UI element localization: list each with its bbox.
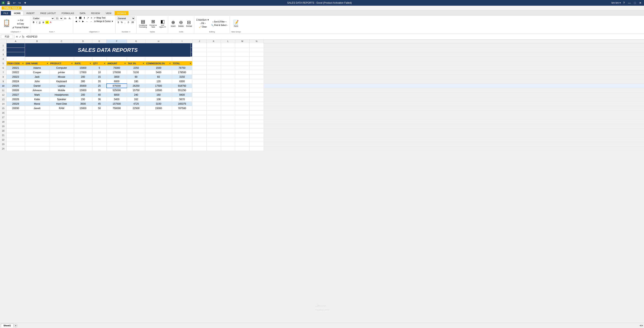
col-header-E[interactable]: E bbox=[92, 39, 106, 43]
cell-B22[interactable] bbox=[25, 137, 50, 142]
cell-J1[interactable] bbox=[192, 43, 207, 47]
cell-N21[interactable] bbox=[250, 133, 264, 137]
cell-E24[interactable] bbox=[92, 146, 106, 151]
cell-L2[interactable] bbox=[221, 48, 235, 52]
quick-access-undo[interactable]: ↩ bbox=[12, 1, 16, 4]
row-num-3[interactable]: 3 bbox=[0, 52, 6, 57]
cell-H12[interactable]: 160 bbox=[146, 93, 172, 97]
header-item-code[interactable]: ITEM CODE▼ bbox=[6, 61, 25, 65]
cell-G13[interactable]: 162 bbox=[127, 97, 146, 101]
format-painter-button[interactable]: 🖌 Format Painter bbox=[12, 26, 30, 29]
enter-formula-button[interactable]: ✓ bbox=[19, 35, 22, 38]
cell-K8[interactable] bbox=[207, 75, 221, 79]
col-header-A[interactable]: A bbox=[6, 39, 25, 43]
cell-G10[interactable]: 26250 bbox=[127, 84, 146, 88]
maximize-button[interactable]: □ bbox=[634, 1, 637, 4]
cell-L24[interactable] bbox=[221, 146, 235, 151]
cell-K7[interactable] bbox=[207, 70, 221, 74]
cell-F13[interactable]: 5400 bbox=[106, 97, 127, 101]
cell-I18[interactable] bbox=[172, 119, 192, 124]
col-header-M[interactable]: M bbox=[235, 39, 250, 43]
cell-K21[interactable] bbox=[207, 133, 221, 137]
cell-G8[interactable]: 90 bbox=[127, 75, 146, 79]
align-left-button[interactable]: ◀ bbox=[74, 20, 78, 23]
cell-L16[interactable] bbox=[221, 111, 235, 115]
cell-A20[interactable] bbox=[6, 128, 25, 133]
cell-M19[interactable] bbox=[235, 124, 250, 128]
cell-A24[interactable] bbox=[6, 146, 25, 151]
orient-button[interactable]: ↗ bbox=[86, 16, 90, 19]
row-num-21[interactable]: 21 bbox=[0, 133, 6, 137]
paste-button[interactable]: 📋 Paste bbox=[2, 19, 11, 28]
col-header-D[interactable]: D bbox=[74, 39, 92, 43]
cell-L5[interactable] bbox=[221, 61, 235, 65]
insert-button[interactable]: ⊕ Insert bbox=[170, 19, 177, 28]
row-num-23[interactable]: 23 bbox=[0, 142, 6, 146]
cell-H16[interactable] bbox=[146, 111, 172, 115]
help-button[interactable]: ? bbox=[622, 1, 626, 4]
header-commission[interactable]: COMMISSION 2%▼ bbox=[146, 61, 172, 65]
row-num-11[interactable]: 11 bbox=[0, 88, 6, 93]
cell-E12[interactable]: 40 bbox=[92, 93, 106, 97]
header-amount[interactable]: AMOUNT▼ bbox=[106, 61, 127, 65]
cell-F6[interactable]: 75000 bbox=[106, 66, 127, 70]
cell-N3[interactable] bbox=[250, 52, 264, 56]
cell-J2[interactable] bbox=[192, 48, 207, 52]
cell-J14[interactable] bbox=[192, 102, 207, 106]
tab-insert[interactable]: INSERT bbox=[24, 11, 37, 15]
cell-A12[interactable]: 20027 bbox=[6, 93, 25, 97]
cell-B23[interactable] bbox=[25, 142, 50, 146]
cell-J16[interactable] bbox=[192, 111, 207, 115]
cell-I13[interactable]: 5670 bbox=[172, 97, 192, 101]
border-button[interactable]: ⊞ bbox=[42, 21, 45, 24]
tab-view[interactable]: VIEW bbox=[103, 11, 114, 15]
align-middle-button[interactable]: ⬛ bbox=[78, 16, 82, 19]
cell-I19[interactable] bbox=[172, 124, 192, 128]
cell-C15[interactable]: RAM bbox=[50, 106, 74, 110]
increase-decimal-button[interactable]: .0 bbox=[126, 21, 130, 24]
row-num-13[interactable]: 13 bbox=[0, 97, 6, 102]
cell-F18[interactable] bbox=[106, 119, 127, 124]
cell-F8[interactable]: 3000 bbox=[106, 75, 127, 79]
cell-L23[interactable] bbox=[221, 142, 235, 146]
cell-F11[interactable]: 525000 bbox=[106, 88, 127, 92]
fx-button[interactable]: fx bbox=[22, 35, 24, 38]
cell-L3[interactable] bbox=[221, 52, 235, 56]
cell-G18[interactable] bbox=[127, 119, 146, 124]
cell-H13[interactable]: 108 bbox=[146, 97, 172, 101]
row-num-14[interactable]: 14 bbox=[0, 102, 6, 106]
tab-file[interactable]: FILE bbox=[1, 11, 11, 15]
col-header-N[interactable]: N bbox=[250, 39, 264, 43]
row-num-18[interactable]: 18 bbox=[0, 119, 6, 124]
cell-C24[interactable] bbox=[50, 146, 74, 151]
cell-H18[interactable] bbox=[146, 119, 172, 124]
cell-I6[interactable]: 78750 bbox=[172, 66, 192, 70]
cell-D24[interactable] bbox=[74, 146, 92, 151]
cell-A3[interactable] bbox=[6, 52, 25, 56]
cell-M8[interactable] bbox=[235, 75, 250, 79]
cell-J20[interactable] bbox=[192, 128, 207, 133]
cell-J10[interactable] bbox=[192, 84, 207, 88]
sheet-tab-sheet1[interactable]: Sheet1 bbox=[1, 324, 14, 328]
cell-I11[interactable]: 551250 bbox=[172, 88, 192, 92]
cell-K2[interactable] bbox=[207, 48, 221, 52]
cell-E20[interactable] bbox=[92, 128, 106, 133]
cell-A7[interactable]: 20022 bbox=[6, 70, 25, 74]
cell-E21[interactable] bbox=[92, 133, 106, 137]
cell-N16[interactable] bbox=[250, 111, 264, 115]
cell-K16[interactable] bbox=[207, 111, 221, 115]
cell-N4[interactable] bbox=[250, 57, 264, 61]
cell-F12[interactable]: 8000 bbox=[106, 93, 127, 97]
col-header-F[interactable]: F bbox=[106, 39, 127, 43]
indent-button[interactable]: ≡ bbox=[90, 16, 93, 19]
cell-M24[interactable] bbox=[235, 146, 250, 151]
cell-K4[interactable] bbox=[207, 57, 221, 61]
cell-J9[interactable] bbox=[192, 79, 207, 83]
cell-J12[interactable] bbox=[192, 93, 207, 97]
cell-H6[interactable]: 1500 bbox=[146, 66, 172, 70]
cell-B17[interactable] bbox=[25, 115, 50, 119]
header-rate[interactable]: RATE▼ bbox=[74, 61, 92, 65]
cell-L20[interactable] bbox=[221, 128, 235, 133]
cell-J21[interactable] bbox=[192, 133, 207, 137]
cell-A10[interactable]: 20025 bbox=[6, 84, 25, 88]
